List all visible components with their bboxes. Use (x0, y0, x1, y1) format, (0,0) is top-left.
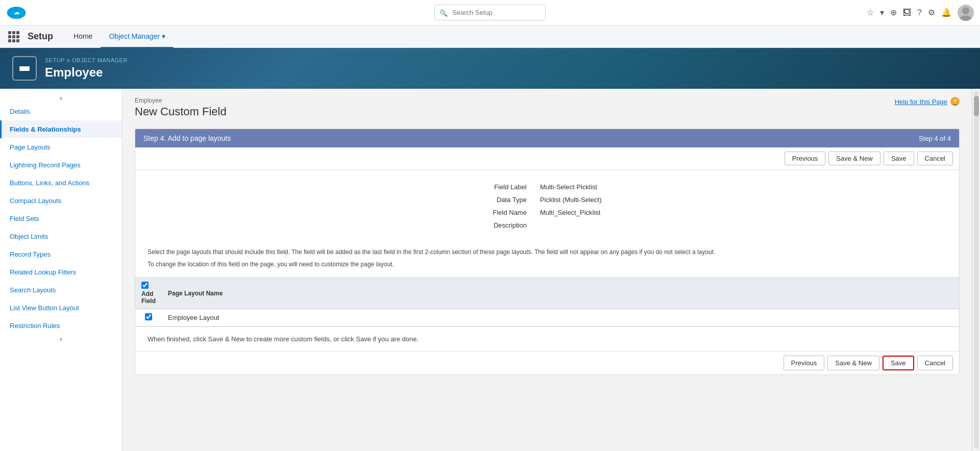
step-box: Step 4. Add to page layouts Step 4 of 4 (135, 129, 959, 147)
data-type-value: Picklist (Multi-Select) (534, 194, 608, 206)
scrollbar-track (974, 91, 979, 449)
sidebar-item-related-lookup-filters[interactable]: Related Lookup Filters (0, 263, 122, 281)
breadcrumb-section: SETUP > OBJECT MANAGER Employee (45, 57, 128, 80)
table-cell-layout-name: Employee Layout (162, 309, 959, 327)
field-name-value: Multi_Select_Picklist (534, 207, 608, 218)
favorites-dropdown-icon[interactable]: ▾ (880, 8, 884, 17)
app-launcher-icon[interactable] (8, 31, 19, 42)
content-area: Help for this Page ? Employee New Custom… (122, 89, 972, 451)
salesforce-logo[interactable]: ☁ (6, 3, 27, 23)
svg-point-2 (962, 7, 969, 14)
add-icon[interactable]: ⊕ (890, 8, 897, 17)
second-nav-bar: Setup Home Object Manager ▾ (0, 26, 980, 48)
form-title: New Custom Field (135, 105, 960, 118)
help-icon[interactable]: ? (917, 8, 922, 17)
main-wrapper: ▲ Details Fields & Relationships Page La… (0, 89, 980, 451)
top-navigation: ☁ 🔍 ☆ ▾ ⊕ ⛾ ? ⚙ 🔔 (0, 0, 980, 26)
field-label-row: Field Label Multi-Select Picklist (486, 181, 607, 193)
description-paragraph-2: To change the location of this field on … (148, 260, 947, 269)
headphones-icon[interactable]: ⛾ (903, 8, 911, 17)
page-title: Employee (45, 65, 128, 80)
avatar[interactable] (958, 5, 974, 21)
search-bar: 🔍 (434, 5, 546, 20)
help-icon: ? (950, 97, 960, 106)
description-value (534, 219, 608, 231)
right-scrollbar[interactable] (972, 89, 980, 451)
sidebar-item-details[interactable]: Details (0, 103, 122, 120)
sidebar-item-buttons-links-actions[interactable]: Buttons, Links, and Actions (0, 174, 122, 192)
sidebar-item-compact-layouts[interactable]: Compact Layouts (0, 192, 122, 210)
previous-button-bottom[interactable]: Previous (783, 356, 825, 370)
layout-table: Add Field Page Layout Name Employee Layo… (135, 278, 959, 327)
table-row: Employee Layout (135, 309, 959, 327)
sidebar-item-object-limits[interactable]: Object Limits (0, 228, 122, 245)
svg-point-3 (960, 15, 972, 21)
field-info: Field Label Multi-Select Picklist Data T… (135, 170, 959, 242)
table-header-row: Add Field Page Layout Name (135, 278, 959, 309)
sidebar-item-lightning-record-pages[interactable]: Lightning Record Pages (0, 156, 122, 174)
finish-text: When finished, click Save & New to creat… (135, 327, 959, 351)
sidebar-item-field-sets[interactable]: Field Sets (0, 210, 122, 228)
previous-button-top[interactable]: Previous (785, 152, 826, 165)
notification-icon[interactable]: 🔔 (941, 8, 951, 17)
save-new-button-bottom[interactable]: Save & New (827, 356, 879, 370)
finish-paragraph: When finished, click Save & New to creat… (148, 335, 947, 343)
data-type-label: Data Type (486, 194, 532, 206)
breadcrumb: SETUP > OBJECT MANAGER (45, 57, 128, 63)
cancel-button-bottom[interactable]: Cancel (917, 356, 953, 370)
help-link[interactable]: Help for this Page ? (895, 97, 960, 106)
field-name-row: Field Name Multi_Select_Picklist (486, 207, 607, 218)
nav-tab-object-manager[interactable]: Object Manager ▾ (101, 26, 174, 48)
content-header: Help for this Page ? Employee New Custom… (135, 97, 960, 127)
blue-header: SETUP > OBJECT MANAGER Employee (0, 48, 980, 89)
sidebar-item-page-layouts[interactable]: Page Layouts (0, 138, 122, 156)
nav-tab-home[interactable]: Home (65, 26, 101, 48)
sidebar-item-record-types[interactable]: Record Types (0, 245, 122, 263)
table-header-add-field: Add Field (135, 278, 162, 309)
svg-text:☁: ☁ (14, 9, 19, 15)
description-label: Description (486, 219, 532, 231)
object-icon (12, 56, 37, 81)
scrollbar-thumb[interactable] (974, 96, 979, 116)
layout-table-wrapper: Add Field Page Layout Name Employee Layo… (135, 278, 959, 327)
scroll-up-arrow[interactable]: ▲ (0, 93, 122, 103)
scroll-down-arrow[interactable]: ▼ (0, 335, 122, 344)
table-header-layout-name: Page Layout Name (162, 278, 959, 309)
field-info-table: Field Label Multi-Select Picklist Data T… (485, 180, 608, 232)
sidebar-item-search-layouts[interactable]: Search Layouts (0, 281, 122, 299)
save-new-button-top[interactable]: Save & New (828, 152, 880, 165)
description-paragraph-1: Select the page layouts that should incl… (148, 247, 947, 257)
favorites-icon[interactable]: ☆ (867, 8, 874, 17)
sidebar-item-fields-relationships[interactable]: Fields & Relationships (0, 120, 122, 138)
data-type-row: Data Type Picklist (Multi-Select) (486, 194, 607, 206)
breadcrumb-setup[interactable]: SETUP (45, 57, 65, 63)
nav-icons: ☆ ▾ ⊕ ⛾ ? ⚙ 🔔 (867, 5, 974, 21)
field-label-value: Multi-Select Picklist (534, 181, 608, 193)
select-all-checkbox[interactable] (141, 282, 149, 289)
search-input[interactable] (434, 5, 546, 20)
table-cell-checkbox (135, 309, 162, 327)
breadcrumb-object-manager[interactable]: OBJECT MANAGER (72, 57, 128, 63)
step-count: Step 4 of 4 (919, 135, 951, 142)
content-card: Step 4. Add to page layouts Step 4 of 4 … (135, 129, 960, 375)
save-button-top[interactable]: Save (884, 152, 914, 165)
sidebar-item-list-view-button-layout[interactable]: List View Button Layout (0, 299, 122, 317)
settings-icon[interactable]: ⚙ (928, 8, 935, 17)
top-buttons-row: Previous Save & New Save Cancel (135, 147, 959, 170)
layout-checkbox[interactable] (145, 313, 152, 320)
sidebar-item-restriction-rules[interactable]: Restriction Rules (0, 317, 122, 335)
step-label: Step 4. Add to page layouts (143, 134, 231, 142)
field-label-label: Field Label (486, 181, 532, 193)
cancel-button-top[interactable]: Cancel (917, 152, 953, 165)
description-row: Description (486, 219, 607, 231)
description-text: Select the page layouts that should incl… (135, 242, 959, 278)
field-name-label: Field Name (486, 207, 532, 218)
setup-title: Setup (28, 31, 53, 42)
sidebar: ▲ Details Fields & Relationships Page La… (0, 89, 122, 451)
object-label: Employee (135, 97, 960, 104)
save-button-bottom[interactable]: Save (883, 356, 914, 370)
search-icon: 🔍 (439, 9, 448, 16)
bottom-buttons-row: Previous Save & New Save Cancel (135, 351, 959, 374)
dropdown-arrow-icon: ▾ (162, 32, 165, 40)
